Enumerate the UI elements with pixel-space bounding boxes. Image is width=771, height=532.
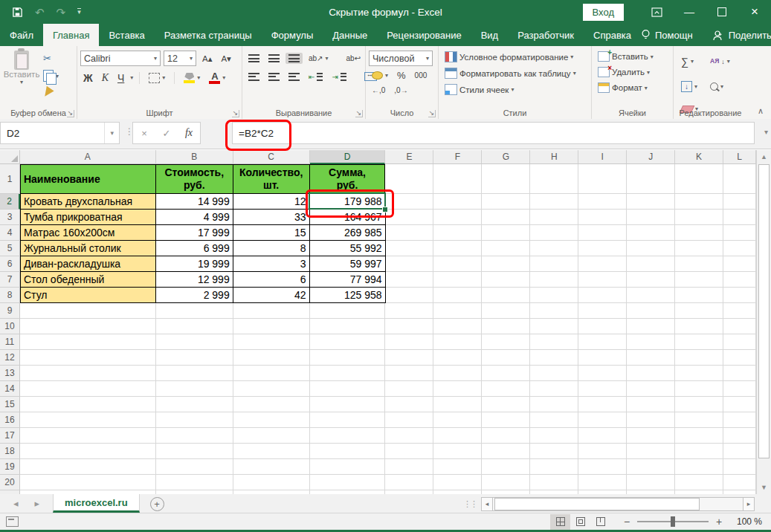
cell-H6[interactable] <box>530 256 578 272</box>
align-left-button[interactable] <box>245 71 262 82</box>
font-color-button[interactable]: А ▾ <box>206 70 228 85</box>
cell-K10[interactable] <box>675 319 723 334</box>
cell-G16[interactable] <box>482 412 530 428</box>
cell-B7[interactable]: 12 999 <box>156 272 233 288</box>
align-middle-button[interactable] <box>265 53 283 64</box>
tab-файл[interactable]: Файл <box>0 24 43 46</box>
normal-view-button[interactable] <box>550 514 570 530</box>
cell-J14[interactable] <box>627 381 675 397</box>
cell-A18[interactable] <box>20 444 156 459</box>
cell-L3[interactable] <box>723 210 756 225</box>
cell-J10[interactable] <box>627 319 675 334</box>
column-header-E[interactable]: E <box>385 150 433 164</box>
cell-L20[interactable] <box>723 475 756 490</box>
increase-decimal-button[interactable]: ←,0 <box>369 85 388 96</box>
cell-E19[interactable] <box>385 459 433 475</box>
cell-I17[interactable] <box>578 428 627 444</box>
cell-D18[interactable] <box>310 444 386 459</box>
cell-K20[interactable] <box>675 475 723 490</box>
cell-K1[interactable] <box>675 164 723 194</box>
cell-B6[interactable]: 19 999 <box>156 256 233 272</box>
cell-H13[interactable] <box>530 366 578 381</box>
format-cells-button[interactable]: Формат▾ <box>595 81 657 94</box>
cell-H19[interactable] <box>530 459 578 475</box>
row-header-7[interactable]: 7 <box>0 272 20 288</box>
maximize-button[interactable] <box>706 0 738 24</box>
scroll-left-icon[interactable]: ◂ <box>481 497 493 511</box>
column-header-B[interactable]: B <box>156 150 233 164</box>
tab-вставка[interactable]: Вставка <box>99 24 154 46</box>
cell-B14[interactable] <box>156 381 233 397</box>
cell-I11[interactable] <box>578 334 627 350</box>
row-header-13[interactable]: 13 <box>0 366 20 381</box>
sort-filter-button[interactable]: АЯ↓▾ <box>707 50 733 73</box>
cell-E5[interactable] <box>386 241 434 256</box>
cell-F4[interactable] <box>433 225 482 241</box>
row-header-15[interactable]: 15 <box>0 397 20 412</box>
column-header-K[interactable]: K <box>675 150 723 164</box>
row-header-6[interactable]: 6 <box>0 256 20 272</box>
cell-B4[interactable]: 17 999 <box>156 225 233 241</box>
cell-A1[interactable]: Наименование <box>20 164 156 194</box>
cell-A5[interactable]: Журнальный столик <box>20 241 156 256</box>
cell-A2[interactable]: Кровать двухспальная <box>20 194 156 210</box>
selection-fill-handle[interactable] <box>382 207 388 213</box>
cell-B10[interactable] <box>156 319 233 334</box>
cell-L8[interactable] <box>723 288 756 303</box>
cell-B16[interactable] <box>156 412 233 428</box>
vertical-scroll-thumb[interactable] <box>758 164 770 458</box>
align-center-button[interactable] <box>265 71 283 82</box>
column-header-G[interactable]: G <box>482 150 530 164</box>
cell-I19[interactable] <box>578 459 627 475</box>
cell-H7[interactable] <box>530 272 578 288</box>
cell-D17[interactable] <box>310 428 386 444</box>
page-layout-view-button[interactable] <box>570 514 590 530</box>
cell-A10[interactable] <box>20 319 156 334</box>
clipboard-dialog-launcher[interactable]: ↘ <box>67 110 74 117</box>
grow-font-button[interactable]: A▴ <box>199 52 215 65</box>
number-format-combo[interactable]: Числовой▾ <box>369 51 433 66</box>
cell-G4[interactable] <box>482 225 530 241</box>
cell-B19[interactable] <box>156 459 233 475</box>
copy-button[interactable]: ▾ <box>40 68 62 83</box>
cell-B11[interactable] <box>156 334 233 350</box>
row-header-5[interactable]: 5 <box>0 241 20 256</box>
row-header-9[interactable]: 9 <box>0 303 20 319</box>
cell-D9[interactable] <box>310 303 386 319</box>
cell-B5[interactable]: 6 999 <box>156 241 233 256</box>
cell-C17[interactable] <box>233 428 310 444</box>
font-size-combo[interactable]: 12▾ <box>164 51 196 66</box>
cell-D20[interactable] <box>310 475 386 490</box>
decrease-decimal-button[interactable]: ,0→ <box>391 85 410 96</box>
cell-J20[interactable] <box>627 475 675 490</box>
font-dialog-launcher[interactable]: ↘ <box>232 110 239 117</box>
cell-E17[interactable] <box>385 428 433 444</box>
fill-color-button[interactable]: ▾ <box>181 71 203 85</box>
orientation-button[interactable]: ab↗▾ <box>306 53 332 64</box>
cell-H5[interactable] <box>530 241 578 256</box>
cell-L1[interactable] <box>723 164 756 194</box>
cell-C20[interactable] <box>233 475 310 490</box>
row-header-12[interactable]: 12 <box>0 350 20 366</box>
cell-K19[interactable] <box>675 459 723 475</box>
cell-F5[interactable] <box>433 241 482 256</box>
cell-C19[interactable] <box>233 459 310 475</box>
cell-styles-button[interactable]: Стили ячеек▾ <box>442 82 579 97</box>
insert-cells-button[interactable]: + Вставить▾ <box>595 50 657 63</box>
cell-E15[interactable] <box>385 397 433 412</box>
cell-A4[interactable]: Матрас 160x200см <box>20 225 156 241</box>
cell-G11[interactable] <box>482 334 530 350</box>
cell-K9[interactable] <box>675 303 723 319</box>
cell-A7[interactable]: Стол обеденный <box>20 272 156 288</box>
row-header-18[interactable]: 18 <box>0 444 20 459</box>
horizontal-scroll-track[interactable] <box>493 497 743 511</box>
alignment-dialog-launcher[interactable]: ↘ <box>355 110 363 117</box>
cell-L17[interactable] <box>723 428 756 444</box>
cell-K15[interactable] <box>675 397 723 412</box>
zoom-level[interactable]: 100 % <box>729 516 762 527</box>
row-header-16[interactable]: 16 <box>0 412 20 428</box>
cancel-formula-icon[interactable]: × <box>133 128 155 139</box>
collapse-ribbon-icon[interactable]: ∧ <box>758 106 764 116</box>
cell-C11[interactable] <box>233 334 310 350</box>
cell-K16[interactable] <box>675 412 723 428</box>
